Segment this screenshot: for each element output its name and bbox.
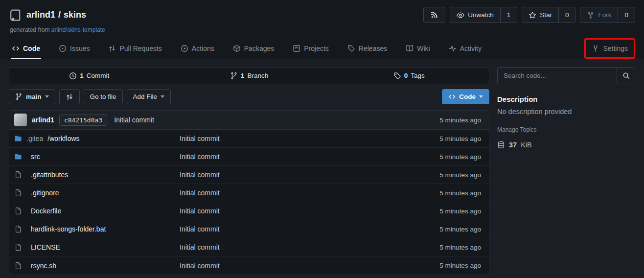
tab-actions[interactable]: Actions bbox=[178, 38, 217, 59]
repo-owner-link[interactable]: arlind1 bbox=[26, 10, 55, 20]
repo-icon bbox=[9, 9, 22, 22]
file-commit-time: 5 minutes ago bbox=[439, 226, 484, 233]
table-row: .gitignore Initial commit 5 minutes ago bbox=[9, 184, 489, 202]
branches-link[interactable]: 1 Branch bbox=[169, 68, 329, 84]
avatar[interactable] bbox=[14, 114, 27, 126]
file-icon bbox=[14, 189, 22, 197]
repo-content: 1 Commit 1 Branch 0 Tags main bbox=[0, 59, 644, 275]
file-name-link[interactable]: src bbox=[14, 153, 180, 161]
watch-count[interactable]: 1 bbox=[500, 7, 517, 23]
file-commit-message-link[interactable]: Initial commit bbox=[180, 207, 439, 215]
table-row: hardlink-songs-folder.bat Initial commit… bbox=[9, 220, 489, 238]
commit-hash-badge[interactable]: c84215d0a3 bbox=[59, 115, 107, 126]
unwatch-button[interactable]: Unwatch bbox=[450, 7, 500, 23]
fork-count[interactable]: 0 bbox=[618, 7, 635, 23]
file-name-link[interactable]: Dockerfile bbox=[14, 207, 180, 215]
file-commit-message-link[interactable]: Initial commit bbox=[180, 262, 439, 270]
tag-icon bbox=[347, 45, 355, 52]
chevron-down-icon bbox=[161, 95, 164, 100]
file-commit-message-link[interactable]: Initial commit bbox=[180, 171, 439, 179]
add-file-button[interactable]: Add File bbox=[127, 89, 171, 104]
fork-label: Fork bbox=[598, 11, 611, 19]
compare-icon bbox=[66, 93, 73, 101]
folder-icon bbox=[14, 135, 22, 142]
file-commit-message-link[interactable]: Initial commit bbox=[180, 189, 439, 197]
file-commit-message-link[interactable]: Initial commit bbox=[180, 225, 439, 233]
table-row: .gitattributes Initial commit 5 minutes … bbox=[9, 166, 489, 184]
file-name-link[interactable]: hardlink-songs-folder.bat bbox=[14, 225, 180, 233]
star-button[interactable]: Star bbox=[522, 7, 558, 23]
compare-button[interactable] bbox=[59, 89, 80, 104]
main-column: 1 Commit 1 Branch 0 Tags main bbox=[9, 67, 489, 275]
tags-link[interactable]: 0 Tags bbox=[329, 68, 489, 84]
file-commit-time: 5 minutes ago bbox=[439, 135, 484, 142]
repo-sidebar: Description No description provided Mana… bbox=[497, 67, 635, 275]
issue-icon bbox=[59, 45, 67, 52]
pull-request-icon bbox=[108, 45, 116, 52]
file-name-link[interactable]: .gitattributes bbox=[14, 171, 180, 179]
tab-packages[interactable]: Packages bbox=[230, 38, 277, 59]
file-name-link[interactable]: .gitignore bbox=[14, 189, 180, 197]
go-to-file-button[interactable]: Go to file bbox=[84, 89, 123, 104]
description-text: No description provided bbox=[497, 108, 635, 116]
file-name-link[interactable]: rsync.sh bbox=[14, 262, 180, 270]
table-row: Dockerfile Initial commit 5 minutes ago bbox=[9, 202, 489, 220]
file-icon bbox=[14, 243, 22, 251]
repo-action-buttons: Unwatch 1 Star 0 Fork 0 bbox=[423, 7, 635, 23]
tab-pull-requests[interactable]: Pull Requests bbox=[105, 38, 164, 59]
search-button[interactable] bbox=[617, 68, 635, 84]
tab-activity[interactable]: Activity bbox=[446, 38, 484, 59]
watch-button-group: Unwatch 1 bbox=[450, 7, 517, 23]
rss-button[interactable] bbox=[423, 7, 445, 23]
tab-projects[interactable]: Projects bbox=[290, 38, 332, 59]
file-commit-message-link[interactable]: Initial commit bbox=[180, 243, 439, 251]
tab-wiki[interactable]: Wiki bbox=[403, 38, 433, 59]
branches-label: Branch bbox=[247, 72, 268, 79]
table-row: src Initial commit 5 minutes ago bbox=[9, 148, 489, 166]
search-icon bbox=[622, 72, 630, 79]
commit-message-link[interactable]: Initial commit bbox=[114, 116, 154, 124]
branch-toolbar: main Go to file Add File Code bbox=[9, 89, 489, 104]
project-board-icon bbox=[293, 45, 300, 52]
star-count[interactable]: 0 bbox=[558, 7, 575, 23]
tab-issues[interactable]: Issues bbox=[56, 38, 92, 59]
file-name-text: .gitignore bbox=[31, 189, 59, 197]
tab-releases[interactable]: Releases bbox=[345, 38, 390, 59]
unwatch-label: Unwatch bbox=[468, 11, 494, 19]
chevron-down-icon bbox=[45, 95, 49, 100]
folder-icon bbox=[14, 153, 22, 161]
latest-commit-row: arlind1 c84215d0a3 Initial commit 5 minu… bbox=[9, 111, 489, 130]
tags-count: 0 bbox=[404, 72, 408, 79]
file-name-link[interactable]: LICENSE bbox=[14, 243, 180, 251]
branch-icon bbox=[15, 93, 23, 100]
code-download-button[interactable]: Code bbox=[442, 89, 489, 104]
file-name-link[interactable]: .gitea/workflows bbox=[14, 135, 180, 142]
file-commit-time: 5 minutes ago bbox=[439, 189, 484, 197]
file-icon bbox=[14, 171, 22, 179]
file-name-text: hardlink-songs-folder.bat bbox=[31, 225, 106, 233]
tab-code[interactable]: Code bbox=[9, 38, 43, 59]
fork-button[interactable]: Fork bbox=[580, 7, 618, 23]
file-commit-message-link[interactable]: Initial commit bbox=[180, 153, 439, 161]
commit-author-link[interactable]: arlind1 bbox=[32, 116, 54, 124]
file-commit-message-link[interactable]: Initial commit bbox=[180, 135, 439, 142]
file-commit-time: 5 minutes ago bbox=[439, 153, 484, 161]
search-input[interactable] bbox=[498, 68, 617, 84]
tag-icon bbox=[393, 72, 401, 80]
book-icon bbox=[406, 45, 414, 52]
manage-topics-link[interactable]: Manage Topics bbox=[497, 126, 537, 133]
fork-button-group: Fork 0 bbox=[580, 7, 635, 23]
repo-nav-tabs: Code Issues Pull Requests Actions Packag… bbox=[0, 38, 644, 59]
repo-size-unit: KiB bbox=[521, 141, 532, 149]
template-repo-link[interactable]: arlind/skins-template bbox=[51, 26, 105, 33]
file-icon bbox=[14, 207, 22, 215]
repo-title-separator: / bbox=[58, 10, 61, 20]
file-name-text: .gitattributes bbox=[31, 171, 68, 179]
commits-link[interactable]: 1 Commit bbox=[9, 68, 169, 84]
branches-count: 1 bbox=[241, 72, 245, 79]
tab-settings[interactable]: Settings bbox=[591, 40, 629, 57]
file-name-text: Dockerfile bbox=[31, 207, 61, 215]
generated-from-label: generated from bbox=[10, 26, 49, 33]
repo-name-link[interactable]: skins bbox=[64, 10, 86, 20]
branch-selector[interactable]: main bbox=[9, 89, 55, 104]
